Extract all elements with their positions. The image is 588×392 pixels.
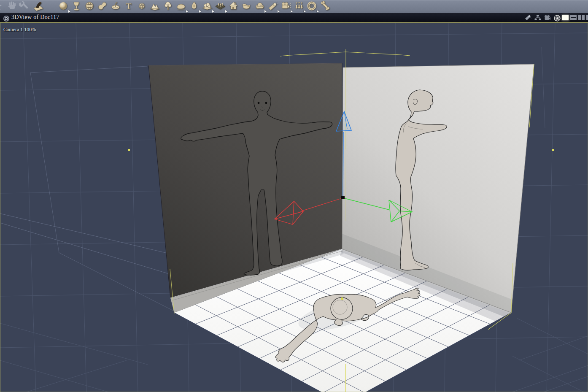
sphere-primitive-tool[interactable] bbox=[58, 1, 69, 12]
flyout-arrow bbox=[291, 10, 293, 13]
drop-arrows-tool[interactable] bbox=[294, 1, 305, 12]
movie-camera-tool[interactable] bbox=[281, 1, 291, 12]
layout-quad-pane-button[interactable] bbox=[578, 15, 585, 20]
viewport-title: 3DView of Doc117 bbox=[11, 14, 59, 21]
main-toolbar: T bbox=[0, 0, 588, 14]
globe-wireframe-tool[interactable] bbox=[84, 1, 95, 12]
select-arrow-tool[interactable] bbox=[0, 1, 7, 12]
layout-split-horizontal-button[interactable] bbox=[570, 15, 577, 20]
fire-tool[interactable] bbox=[189, 1, 200, 12]
toolbar-divider bbox=[53, 2, 53, 11]
layout-quad-pane-extra-button[interactable] bbox=[586, 15, 588, 20]
floor-selection-dot[interactable] bbox=[341, 297, 343, 300]
pan-hand-tool[interactable] bbox=[7, 1, 18, 12]
render-sphere-icon[interactable] bbox=[553, 14, 561, 21]
cloud-tool[interactable] bbox=[254, 1, 265, 12]
selection-handle-dot-right[interactable] bbox=[552, 149, 554, 151]
paint-knife-tool[interactable] bbox=[33, 1, 44, 12]
flyout-arrow bbox=[199, 10, 201, 13]
selection-handle-dot-left[interactable] bbox=[128, 149, 130, 151]
spotlight-tool[interactable] bbox=[267, 1, 278, 12]
flyout-arrow bbox=[186, 10, 188, 13]
house-tool[interactable] bbox=[228, 1, 239, 12]
particle-cloud-tool[interactable] bbox=[137, 1, 148, 12]
camera-label: Camera 1 100% bbox=[3, 27, 36, 33]
scene-canvas[interactable] bbox=[0, 23, 588, 392]
flyout-arrow bbox=[278, 10, 280, 13]
goblet-spline-tool[interactable] bbox=[71, 1, 82, 12]
spotlight-icon[interactable] bbox=[524, 14, 532, 21]
target-ring-tool[interactable] bbox=[307, 1, 318, 12]
hot-point[interactable] bbox=[341, 196, 345, 199]
flyout-arrow bbox=[225, 10, 227, 13]
bone-tool[interactable] bbox=[320, 1, 331, 12]
forest-tool[interactable] bbox=[215, 1, 226, 12]
terrain-tool[interactable] bbox=[150, 1, 161, 12]
flyout-arrow bbox=[68, 10, 70, 13]
viewport-3d[interactable]: Camera 1 100% bbox=[0, 22, 588, 392]
collapse-knob-icon[interactable] bbox=[3, 16, 9, 22]
camera-icon[interactable] bbox=[544, 14, 551, 21]
flyout-arrow bbox=[264, 10, 267, 13]
hierarchy-icon[interactable] bbox=[534, 14, 542, 21]
application-window: T bbox=[0, 0, 588, 392]
ocean-wave-tool[interactable] bbox=[241, 1, 252, 12]
wrench-tool[interactable] bbox=[19, 1, 30, 12]
viewport-titlebar[interactable]: 3DView of Doc117 bbox=[0, 13, 588, 22]
text-tool-glyph: T bbox=[126, 2, 132, 11]
boulders-tool[interactable] bbox=[202, 1, 213, 12]
metaballs-tool[interactable] bbox=[97, 1, 108, 12]
layout-single-pane-button[interactable] bbox=[562, 15, 569, 20]
flyout-arrow bbox=[317, 10, 319, 13]
tree-tool[interactable] bbox=[163, 1, 174, 12]
text-tool[interactable]: T bbox=[124, 1, 135, 12]
flyout-arrow bbox=[212, 10, 214, 13]
lathe-disc-tool[interactable] bbox=[111, 1, 121, 12]
rock-tool[interactable] bbox=[176, 1, 187, 12]
flyout-arrow bbox=[304, 10, 306, 13]
